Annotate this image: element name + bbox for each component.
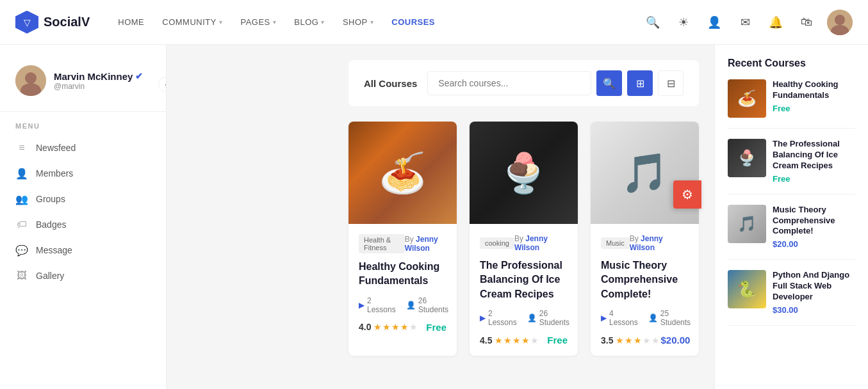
- recent-item-3[interactable]: 🎵 Music Theory Comprehensive Complete! $…: [728, 205, 855, 260]
- grid-icon: ⊞: [636, 77, 644, 90]
- course-tag-3: Music: [601, 237, 630, 249]
- course-thumbnail-1[interactable]: [348, 122, 457, 224]
- recent-name-2: The Professional Balancing Of Ice Cream …: [773, 139, 855, 171]
- collapse-sidebar-button[interactable]: ‹: [158, 77, 167, 92]
- students-icon-3: 👤: [648, 314, 658, 322]
- lessons-icon-2: ▶: [480, 314, 486, 322]
- nav-pages[interactable]: PAGES ▾: [233, 12, 284, 32]
- course-card-1: Health & Fitness By Jenny Wilson Healthy…: [348, 122, 457, 356]
- sidebar: Marvin McKinney ✔ @marvin ‹ MENU ≡ Newsf…: [0, 45, 167, 389]
- course-stats-2: ▶ 2 Lessons 👤 26 Students: [480, 309, 568, 327]
- lessons-stat-2: ▶ 2 Lessons: [480, 309, 517, 327]
- courses-header: All Courses 🔍 ⊞ ⊟: [348, 60, 699, 106]
- sidebar-user-avatar[interactable]: [15, 65, 46, 96]
- course-author-link-1[interactable]: Jenny Wilson: [405, 235, 438, 253]
- chevron-down-icon: ▾: [321, 19, 325, 26]
- stars-3: ★★★★★: [616, 335, 660, 345]
- course-author-1: By Jenny Wilson: [405, 235, 446, 253]
- students-stat-2: 👤 26 Students: [527, 309, 569, 327]
- logo-icon: [15, 11, 38, 34]
- nav-blog[interactable]: BLOG ▾: [286, 12, 332, 32]
- search-button-icon: 🔍: [603, 77, 616, 90]
- sidebar-item-gallery[interactable]: 🖼 Gallery: [0, 263, 166, 289]
- course-price-3: $20.00: [660, 335, 690, 345]
- recent-thumb-3: 🎵: [728, 205, 766, 243]
- filter-button[interactable]: ⊟: [658, 70, 684, 96]
- top-navigation: SocialV HOME COMMUNITY ▾ PAGES ▾ BLOG ▾ …: [0, 0, 868, 45]
- stars-1: ★★★★★: [373, 322, 418, 332]
- nav-community[interactable]: COMMUNITY ▾: [154, 12, 230, 32]
- course-title-3[interactable]: Music Theory Comprehensive Complete!: [601, 258, 689, 301]
- recent-item-2[interactable]: 🍨 The Professional Balancing Of Ice Crea…: [728, 139, 855, 194]
- course-footer-2: 4.5 ★★★★★ Free: [480, 335, 568, 345]
- search-container: 🔍 ⊞ ⊟: [427, 70, 684, 96]
- course-author-link-2[interactable]: Jenny Wilson: [514, 234, 548, 252]
- recent-name-3: Music Theory Comprehensive Complete!: [773, 205, 855, 237]
- course-thumbnail-3[interactable]: [591, 122, 699, 224]
- course-card-body-1: Health & Fitness By Jenny Wilson Healthy…: [348, 224, 457, 343]
- course-title-2[interactable]: The Professional Balancing Of Ice Cream …: [480, 258, 568, 301]
- course-footer-1: 4.0 ★★★★★ Free: [359, 322, 446, 333]
- lessons-stat-3: ▶ 4 Lessons: [601, 309, 638, 327]
- search-button[interactable]: 🔍: [596, 70, 622, 96]
- recent-info-4: Python And Django Full Stack Web Develop…: [773, 270, 855, 315]
- recent-item-4[interactable]: 🐍 Python And Django Full Stack Web Devel…: [728, 270, 855, 326]
- course-meta-row-2: cooking By Jenny Wilson: [480, 234, 568, 252]
- floating-settings-button[interactable]: ⚙: [673, 180, 701, 209]
- recent-item-1[interactable]: 🍝 Healthy Cooking Fundamentals Free: [728, 79, 855, 129]
- user-full-name: Marvin McKinney ✔: [54, 71, 143, 82]
- groups-icon: 👥: [15, 193, 28, 205]
- course-author-2: By Jenny Wilson: [514, 234, 568, 252]
- all-courses-label: All Courses: [364, 78, 417, 89]
- recent-name-1: Healthy Cooking Fundamentals: [773, 79, 855, 101]
- students-stat-1: 👤 26 Students: [406, 296, 448, 314]
- sidebar-item-message[interactable]: 💬 Message: [0, 237, 166, 263]
- svg-point-4: [25, 72, 37, 84]
- chevron-down-icon: ▾: [219, 19, 223, 26]
- messages-icon[interactable]: ✉: [735, 12, 755, 33]
- recent-courses-title: Recent Courses: [728, 58, 855, 69]
- user-handle: @marvin: [54, 82, 143, 91]
- user-details: Marvin McKinney ✔ @marvin: [54, 71, 143, 91]
- user-avatar-nav[interactable]: [827, 10, 853, 35]
- rating-row-2: 4.5 ★★★★★: [480, 335, 539, 345]
- content-wrapper: All Courses 🔍 ⊞ ⊟: [167, 45, 714, 371]
- nav-shop[interactable]: SHOP ▾: [335, 12, 381, 32]
- course-price-1: Free: [426, 322, 446, 333]
- course-title-1[interactable]: Healthy Cooking Fundamentals: [359, 260, 446, 289]
- sidebar-item-members[interactable]: 👤 Members: [0, 161, 166, 186]
- recent-thumb-4: 🐍: [728, 270, 766, 308]
- recent-info-2: The Professional Balancing Of Ice Cream …: [773, 139, 855, 184]
- sidebar-item-newsfeed[interactable]: ≡ Newsfeed: [0, 135, 166, 161]
- sidebar-item-badges[interactable]: 🏷 Badges: [0, 212, 166, 237]
- badges-icon: 🏷: [15, 218, 28, 231]
- recent-price-4: $30.00: [773, 305, 855, 315]
- theme-icon[interactable]: ☀: [673, 12, 694, 33]
- recent-price-1: Free: [773, 104, 855, 113]
- profile-icon[interactable]: 👤: [704, 12, 725, 33]
- message-icon: 💬: [15, 244, 28, 257]
- recent-price-2: Free: [773, 174, 855, 184]
- search-icon[interactable]: 🔍: [643, 12, 663, 33]
- search-input[interactable]: [427, 71, 591, 95]
- sidebar-item-groups[interactable]: 👥 Groups: [0, 186, 166, 212]
- svg-point-1: [835, 15, 845, 25]
- course-thumbnail-2[interactable]: [470, 122, 578, 224]
- lessons-icon-3: ▶: [601, 314, 607, 322]
- settings-gear-icon: ⚙: [682, 187, 693, 202]
- course-stats-1: ▶ 2 Lessons 👤 26 Students: [359, 296, 446, 314]
- nav-home[interactable]: HOME: [110, 12, 152, 32]
- recent-name-4: Python And Django Full Stack Web Develop…: [773, 270, 855, 303]
- cart-icon[interactable]: 🛍: [796, 12, 817, 33]
- rating-number-2: 4.5: [480, 335, 492, 345]
- grid-view-button[interactable]: ⊞: [627, 70, 653, 96]
- logo-area[interactable]: SocialV: [15, 11, 90, 34]
- chevron-down-icon: ▾: [370, 19, 374, 26]
- page-layout: Marvin McKinney ✔ @marvin ‹ MENU ≡ Newsf…: [0, 45, 868, 389]
- course-author-3: By Jenny Wilson: [630, 234, 689, 252]
- course-author-link-3[interactable]: Jenny Wilson: [630, 234, 663, 252]
- notifications-icon[interactable]: 🔔: [766, 12, 786, 33]
- nav-courses[interactable]: COURSES: [384, 12, 443, 32]
- rating-number-1: 4.0: [359, 322, 371, 332]
- right-panel: Recent Courses 🍝 Healthy Cooking Fundame…: [714, 45, 868, 389]
